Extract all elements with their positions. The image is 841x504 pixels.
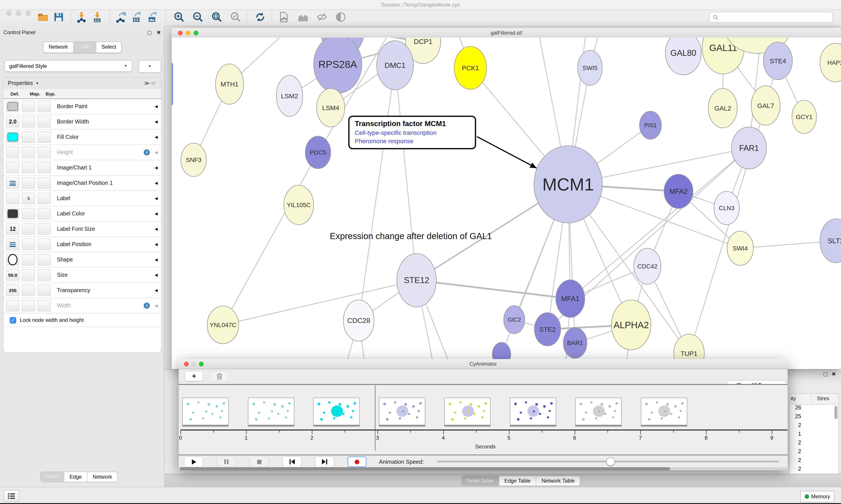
property-row[interactable]: Widthi◀ [3,298,161,313]
record-button[interactable] [347,456,366,467]
property-row[interactable]: Label Color◀ [3,206,161,221]
float-panel-icon[interactable]: ▢ [823,371,828,377]
annotation-link[interactable]: Pheromone response [355,138,469,144]
bypass-cell[interactable] [38,147,51,158]
mapping-cell[interactable] [22,147,35,158]
frame-thumbnail-8[interactable] [641,398,687,425]
refresh-view-icon[interactable] [254,11,266,23]
style-options-button[interactable]: ▼ [139,60,161,73]
go-to-start-button[interactable] [283,456,302,467]
table-cell[interactable]: 2 [790,457,801,466]
table-column-header[interactable]: ity [791,395,796,401]
close-panel-icon[interactable]: ✖ [832,371,836,377]
network-window-titlebar[interactable]: galFiltered.sif [172,28,841,38]
float-panel-icon[interactable]: ▢ [147,30,152,35]
property-row[interactable]: ⁞›Label◀ [3,191,161,206]
file-network-icon[interactable] [278,11,290,23]
mapping-cell[interactable]: ⁞› [22,193,35,204]
show-details-icon[interactable] [335,11,347,23]
mapping-cell[interactable] [22,208,35,219]
cp-tab-edge[interactable]: Edge [64,472,87,482]
edge[interactable] [223,280,416,325]
bypass-cell[interactable] [38,223,51,235]
default-value-cell[interactable] [6,162,19,174]
import-table-icon[interactable] [91,11,103,23]
mapping-cell[interactable] [22,285,35,296]
property-row[interactable]: Shape◀ [3,252,161,268]
property-row[interactable]: Border Paint◀ [3,99,161,114]
table-cell[interactable]: 2 [790,422,801,431]
property-row[interactable]: 255Transparency◀ [3,283,161,298]
default-value-cell[interactable]: 50.0 [6,269,19,281]
mapping-cell[interactable] [22,223,35,235]
mapping-cell[interactable] [22,116,35,127]
mapping-cell[interactable] [22,101,35,112]
bypass-cell[interactable] [38,254,51,265]
go-to-end-button[interactable] [315,456,334,467]
frames-timeline[interactable]: 0123456789 Seconds [179,385,788,454]
frame-thumbnail-3[interactable] [313,398,360,425]
import-network-icon[interactable] [75,11,88,23]
frame-thumbnail-2[interactable] [248,398,294,425]
default-value-cell[interactable]: 255 [6,285,19,296]
bypass-cell[interactable] [38,162,51,174]
expand-arrow-icon[interactable]: ◀ [155,120,158,124]
tab-network[interactable]: Network [43,42,74,53]
property-row[interactable]: 2.0Border Width◀ [3,114,161,130]
property-row[interactable]: Image/Chart 1◀ [3,160,161,176]
expand-arrow-icon[interactable]: ◀ [155,196,158,201]
default-value-cell[interactable] [6,300,19,311]
frame-thumbnail-7[interactable] [575,398,622,425]
frame-thumbnail-5[interactable] [444,398,490,425]
export-image-icon[interactable] [146,11,159,23]
annotation-box[interactable]: Transcription factor MCM1 Cell-type-spec… [348,115,476,149]
default-value-cell[interactable] [6,239,19,250]
expand-arrow-icon[interactable]: ◀ [155,273,158,277]
mapping-cell[interactable] [22,177,35,189]
cyanimator-titlebar[interactable]: CyAnimator [179,359,788,369]
cp-tab-network[interactable]: Network [87,472,117,482]
default-value-cell[interactable] [6,193,19,204]
timeline-scrollbar[interactable] [180,467,670,470]
expand-arrow-icon[interactable]: ◀ [155,150,158,155]
bypass-cell[interactable] [38,116,51,127]
bypass-cell[interactable] [38,285,51,296]
tab-select[interactable]: Select [96,42,121,53]
property-row[interactable]: Image/Chart Position 1◀ [3,176,161,191]
delete-frame-button[interactable] [210,371,229,381]
close-panel-icon[interactable]: ✖ [157,30,161,35]
bypass-cell[interactable] [38,269,51,281]
style-selector[interactable]: galFiltered Style ▼ [4,60,132,72]
default-value-cell[interactable] [6,131,19,143]
search-field[interactable] [709,12,833,23]
add-frame-button[interactable]: + [185,371,203,381]
annotation-link[interactable]: Cell-type-specific transcription [355,129,469,136]
expand-arrow-icon[interactable]: ◀ [155,303,158,308]
mapping-cell[interactable] [22,300,35,311]
default-value-cell[interactable] [6,254,19,265]
pause-button[interactable] [217,456,236,467]
default-value-cell[interactable] [6,177,19,189]
expand-arrow-icon[interactable]: ◀ [155,212,158,216]
mapping-cell[interactable] [22,131,35,143]
default-value-cell[interactable] [6,147,19,158]
home-icon[interactable] [297,11,309,23]
expand-arrow-icon[interactable]: ◀ [155,181,158,185]
default-value-cell[interactable] [6,208,19,219]
tab-node-table[interactable]: Node Table [462,476,499,486]
default-value-cell[interactable] [6,101,19,112]
mapping-cell[interactable] [22,254,35,265]
table-cell[interactable]: 2 [790,439,801,448]
zoom-in-icon[interactable] [173,11,185,23]
maximize-window-button[interactable] [25,11,31,16]
property-row[interactable]: 12Label Font Size◀ [3,221,161,237]
expand-arrow-icon[interactable]: ◀ [155,242,158,247]
frame-thumbnail-6[interactable] [509,398,556,425]
hide-details-icon[interactable] [316,11,328,23]
bypass-cell[interactable] [38,193,51,204]
property-row[interactable]: Heighti◀ [3,145,161,160]
collapse-all-icon[interactable]: ≪ [150,80,157,86]
playhead[interactable] [375,385,375,451]
open-session-icon[interactable] [37,11,49,23]
table-cell[interactable]: 25 [790,413,801,422]
